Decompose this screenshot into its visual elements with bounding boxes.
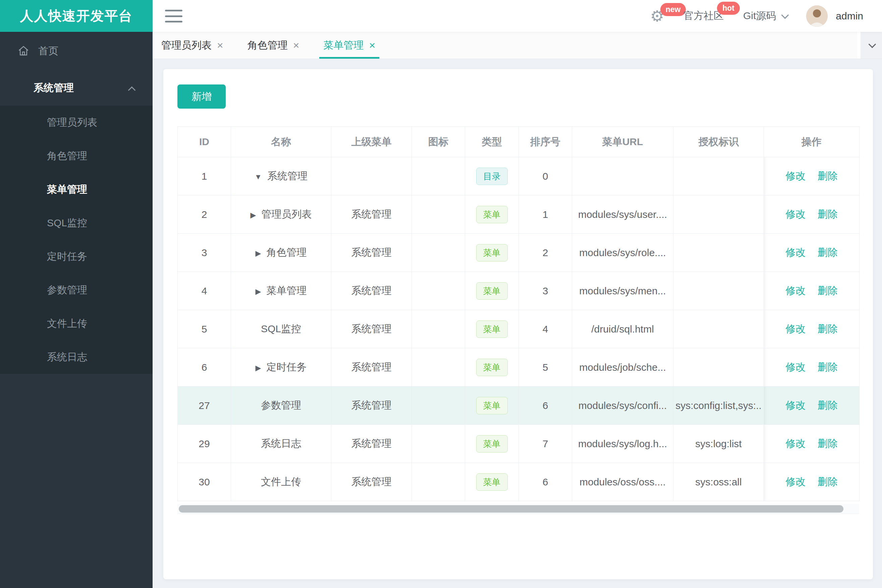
add-button[interactable]: 新增	[177, 84, 226, 109]
cell-name: ▶角色管理	[231, 234, 331, 272]
delete-link[interactable]: 删除	[817, 438, 838, 449]
table-row[interactable]: 30 文件上传 系统管理 菜单 6 modules/oss/oss.... sy…	[178, 463, 859, 501]
community-link[interactable]: 官方社区	[684, 10, 724, 21]
delete-link[interactable]: 删除	[817, 400, 838, 411]
table-row[interactable]: 4 ▶菜单管理 系统管理 菜单 3 modules/sys/men... 修改删…	[178, 272, 859, 310]
cell-parent-menu: 系统管理	[331, 310, 412, 348]
cell-menu-url: modules/sys/user....	[572, 195, 673, 234]
tab-close-icon[interactable]: ×	[369, 39, 375, 52]
cell-type: 菜单	[465, 463, 519, 501]
sidebar-item-5[interactable]: 参数管理	[0, 273, 153, 307]
tab-close-icon[interactable]: ×	[293, 39, 299, 52]
cell-order: 4	[519, 310, 572, 348]
edit-link[interactable]: 修改	[786, 476, 805, 487]
sidebar-item-7[interactable]: 系统日志	[0, 340, 153, 374]
sidebar-item-1[interactable]: 角色管理	[0, 139, 153, 172]
sidebar-item-3[interactable]: SQL监控	[0, 206, 153, 240]
sidebar-item-4[interactable]: 定时任务	[0, 240, 153, 273]
delete-link[interactable]: 删除	[817, 323, 838, 334]
column-header: 授权标识	[673, 127, 764, 157]
tab-1[interactable]: 角色管理×	[243, 32, 304, 58]
cell-id: 1	[178, 157, 231, 195]
edit-link[interactable]: 修改	[786, 362, 805, 372]
top-header: 人人快速开发平台 ⚙ new 官方社区 hot Git源码 admin	[0, 0, 882, 32]
table-row[interactable]: 3 ▶角色管理 系统管理 菜单 2 modules/sys/role.... 修…	[178, 234, 859, 272]
edit-link[interactable]: 修改	[786, 170, 805, 182]
edit-link[interactable]: 修改	[786, 285, 805, 296]
delete-link[interactable]: 删除	[817, 476, 838, 487]
delete-link[interactable]: 删除	[817, 362, 838, 372]
edit-link[interactable]: 修改	[786, 208, 805, 220]
cell-menu-url: modules/sys/confi...	[572, 387, 673, 425]
cell-perms: sys:log:list	[673, 425, 764, 463]
type-tag: 菜单	[476, 244, 508, 261]
cell-parent-menu: 系统管理	[331, 425, 412, 463]
cell-id: 27	[178, 387, 231, 425]
cell-menu-url: modules/job/sche...	[572, 348, 673, 387]
type-tag: 菜单	[476, 359, 508, 376]
cell-icon	[412, 157, 465, 195]
table-row[interactable]: 27 参数管理 系统管理 菜单 6 modules/sys/confi... s…	[178, 387, 859, 425]
cell-menu-url: modules/sys/men...	[572, 272, 673, 310]
type-tag: 菜单	[476, 282, 508, 300]
tree-toggle-icon[interactable]: ▶	[255, 287, 261, 296]
cell-name: SQL监控	[231, 310, 331, 348]
table-row[interactable]: 6 ▶定时任务 系统管理 菜单 5 modules/job/sche... 修改…	[178, 348, 859, 387]
cell-parent-menu: 系统管理	[331, 463, 412, 501]
tabs-dropdown-button[interactable]	[857, 32, 882, 58]
cell-type: 菜单	[465, 425, 519, 463]
cell-name: 系统日志	[231, 425, 331, 463]
edit-link[interactable]: 修改	[786, 323, 805, 334]
table-row[interactable]: 2 ▶管理员列表 系统管理 菜单 1 modules/sys/user.... …	[178, 195, 859, 234]
edit-link[interactable]: 修改	[786, 247, 805, 258]
cell-actions: 修改删除	[764, 157, 859, 195]
cell-perms	[673, 272, 764, 310]
avatar[interactable]	[806, 5, 828, 27]
tree-toggle-icon[interactable]: ▶	[255, 364, 261, 372]
tab-0[interactable]: 管理员列表×	[157, 32, 227, 58]
sidebar-item-6[interactable]: 文件上传	[0, 307, 153, 340]
cell-name: ▶管理员列表	[231, 195, 331, 234]
column-header: 操作	[764, 127, 859, 157]
cell-perms	[673, 310, 764, 348]
tab-close-icon[interactable]: ×	[217, 39, 223, 52]
tree-toggle-icon[interactable]: ▶	[255, 249, 261, 258]
horizontal-scrollbar[interactable]	[177, 504, 859, 514]
tree-toggle-icon[interactable]: ▼	[254, 172, 262, 182]
edit-link[interactable]: 修改	[786, 438, 805, 449]
username-menu[interactable]: admin	[836, 10, 863, 22]
delete-link[interactable]: 删除	[817, 285, 838, 296]
cell-perms: sys:oss:all	[673, 463, 764, 501]
tab-2[interactable]: 菜单管理×	[319, 32, 379, 58]
sidebar-item-home[interactable]: 首页	[0, 32, 153, 70]
git-source-label: Git源码	[743, 9, 776, 23]
delete-link[interactable]: 删除	[817, 247, 838, 258]
table-row[interactable]: 5 SQL监控 系统管理 菜单 4 /druid/sql.html 修改删除	[178, 310, 859, 348]
cell-actions: 修改删除	[764, 463, 859, 501]
cell-icon	[412, 425, 465, 463]
scrollbar-thumb[interactable]	[179, 505, 843, 513]
sidebar-group-system[interactable]: 系统管理	[0, 70, 153, 106]
sidebar-item-0[interactable]: 管理员列表	[0, 106, 153, 139]
new-badge: new	[660, 3, 686, 16]
column-header: 名称	[231, 127, 331, 157]
delete-link[interactable]: 删除	[817, 170, 838, 182]
tree-toggle-icon[interactable]: ▶	[251, 211, 256, 220]
cell-order: 5	[519, 348, 572, 387]
sidebar-item-2[interactable]: 菜单管理	[0, 172, 153, 206]
delete-link[interactable]: 删除	[817, 208, 838, 220]
git-source-dropdown[interactable]: Git源码	[743, 9, 787, 23]
edit-link[interactable]: 修改	[786, 400, 805, 411]
cell-id: 6	[178, 348, 231, 387]
table-row[interactable]: 1 ▼系统管理 目录 0 修改删除	[178, 157, 859, 195]
column-header: 图标	[412, 127, 465, 157]
table-row[interactable]: 29 系统日志 系统管理 菜单 7 modules/sys/log.h... s…	[178, 425, 859, 463]
cell-id: 4	[178, 272, 231, 310]
cell-id: 5	[178, 310, 231, 348]
cell-parent-menu: 系统管理	[331, 195, 412, 234]
sidebar-toggle-icon[interactable]	[165, 9, 182, 24]
cell-order: 6	[519, 463, 572, 501]
cell-order: 7	[519, 425, 572, 463]
cell-type: 菜单	[465, 310, 519, 348]
column-header: ID	[178, 127, 231, 157]
